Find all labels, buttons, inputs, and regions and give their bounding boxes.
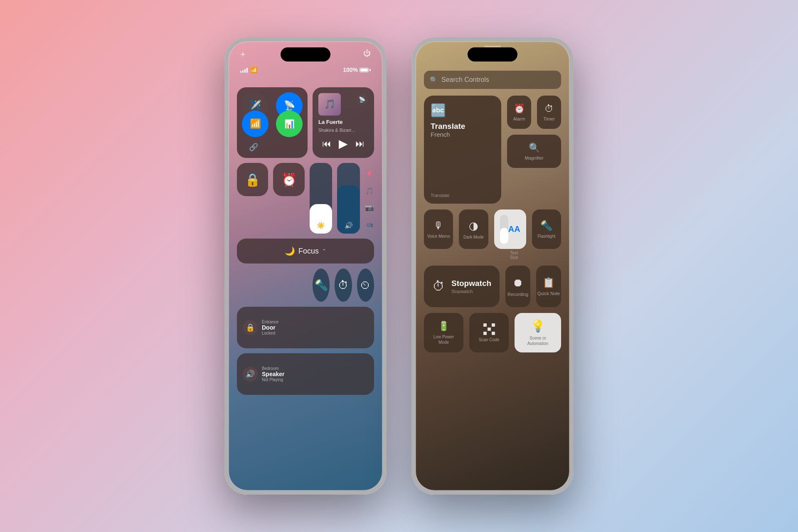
control-center-grid: ✈️ 📡 📶 📊 🔗 🦷 [237,87,374,395]
text-size-fill [500,228,508,244]
focus-arrow: ⌃ [322,248,326,254]
cc-row-5: 🔒 Entrance Door Locked [237,307,374,348]
track-artist: Shakira & Bizarr... [318,128,368,133]
timer-icon: ⏱ [544,103,554,114]
dynamic-island-1 [281,47,330,62]
low-power-icon: 🔋 [438,321,449,332]
brightness-icon: ☀️ [317,222,325,229]
stopwatch-icon: ⏱ [432,279,445,293]
clock-button[interactable]: ⏲ [357,268,374,302]
text-size-tile[interactable]: AA Text Size [494,209,526,249]
next-button[interactable]: ⏭ [355,138,365,149]
phone-2-screen: 🔍 Search Controls 🔤 Translate French [416,42,569,490]
bedroom-speaker-tile[interactable]: 🔊 Bedroom Speaker Not Playing [237,353,374,395]
power-button[interactable]: ⏻ [363,49,371,58]
speaker-info: Bedroom Speaker Not Playing [262,366,284,382]
lock-icon: 🔒 [243,320,258,335]
status-bar: 📶 100% [229,66,382,73]
flashlight-button[interactable]: 🔦 [313,268,330,302]
controls-row-1: 🔤 Translate French Translate ⏰ [424,96,561,204]
music-icon: 🎵 [365,187,374,195]
timer-label: Timer [543,116,555,121]
text-size-slider [500,215,508,244]
recording-tile[interactable]: ⏺ Recording [505,266,530,307]
low-power-tile[interactable]: 🔋 Low PowerMode [424,313,463,352]
dark-mode-label: Dark Mode [463,235,484,239]
scene-tile[interactable]: 💡 Scene orAutomation [515,313,561,352]
camera-icon[interactable]: 📷 [365,203,374,212]
play-button[interactable]: ▶ [339,137,348,150]
cast-icon[interactable]: 📺 [366,221,373,228]
add-button[interactable]: + [240,49,246,60]
phone-2-background: 🔍 Search Controls 🔤 Translate French [416,42,569,490]
stopwatch-tile[interactable]: ⏱ Stopwatch Stopwatch [424,266,500,307]
entrance-door-tile[interactable]: 🔒 Entrance Door Locked [237,307,374,348]
search-icon: 🔍 [430,76,438,84]
airplay-button[interactable]: 📡 [356,93,368,106]
flashlight-tile[interactable]: 🔦 Flashlight [532,209,561,249]
controls-row-2: 🎙 Voice Memo ◑ Dark Mode AA [424,209,561,249]
alarm-tile[interactable]: ⏰ Alarm [507,96,531,129]
connectivity-block[interactable]: ✈️ 📡 📶 📊 🔗 🦷 [237,87,308,158]
quick-note-label: Quick Note [537,291,560,296]
status-left: 📶 [240,66,257,73]
track-title: La Fuerte [318,119,368,125]
timer-tile[interactable]: ⏱ Timer [537,96,561,129]
dynamic-island-2 [468,47,517,62]
cc-row-1: ✈️ 📡 📶 📊 🔗 🦷 [237,87,374,158]
scan-code-icon [483,323,495,335]
recording-icon: ⏺ [512,276,523,289]
now-playing-widget[interactable]: 🎵 📡 La Fuerte Shakira & Bizarr... ⏮ ▶ ⏭ [313,87,374,158]
flashlight-label: Flashlight [537,234,555,239]
alarm-label: Alarm [513,116,525,121]
magnifier-label: Magnifier [525,155,543,160]
scene-label: Scene orAutomation [527,335,549,346]
controls-right-col: ⏰ Alarm ⏱ Timer 🔍 [507,96,561,204]
stopwatch-info: Stopwatch Stopwatch [451,279,491,294]
search-bar[interactable]: 🔍 Search Controls [424,71,561,89]
battery-icon [360,68,371,72]
translate-lang: French [431,131,495,138]
timer-button[interactable]: ⏱ [335,268,352,302]
wifi-button[interactable]: 📶 [242,111,268,137]
screen-rotation-button[interactable]: 🔒 [237,163,268,196]
voice-memo-label: Voice Memo [427,234,450,239]
moon-icon: 🌙 [285,246,295,256]
now-playing-top: 🎵 📡 [318,93,368,116]
magnifier-icon: 🔍 [529,143,540,153]
alarm-button[interactable]: ⏰ [273,163,304,196]
link-button[interactable]: 🔗 [245,141,262,153]
low-power-label: Low PowerMode [433,334,454,345]
dark-mode-tile[interactable]: ◑ Dark Mode [459,209,488,249]
focus-button[interactable]: 🌙 Focus ⌃ [237,239,374,264]
wifi-icon: 📶 [250,66,257,73]
quick-note-icon: 📋 [542,277,555,288]
favorite-icon[interactable]: ♥ [367,169,372,178]
text-size-label-below: Text Size [510,251,518,260]
quick-note-tile[interactable]: 📋 Quick Note [536,266,561,307]
cc-row-2: 🔒 ⏰ ☀️ 🔊 [237,163,374,234]
cc-row-4: 🔦 ⏱ ⏲ [313,268,374,302]
labels-row-2: Text Size [424,251,561,260]
volume-icon: 🔊 [345,222,353,229]
translate-icon: 🔤 [431,103,495,118]
volume-slider[interactable]: 🔊 [337,163,360,234]
text-size-icon: AA [508,224,520,234]
stopwatch-label: Stopwatch [451,289,491,294]
magnifier-tile[interactable]: 🔍 Magnifier [507,135,561,168]
scan-code-tile[interactable]: Scan Code [469,313,509,352]
alarm-icon: ⏰ [514,103,525,114]
dark-mode-icon: ◑ [469,219,478,232]
cellular-button[interactable]: 📊 [276,111,303,137]
phone-1: + ⏻ 📶 100% [224,37,387,495]
scan-code-label: Scan Code [479,337,499,342]
cc-row-6: 🔊 Bedroom Speaker Not Playing [237,353,374,395]
voice-memo-tile[interactable]: 🎙 Voice Memo [424,209,453,249]
brightness-slider[interactable]: ☀️ [310,163,332,234]
cc-row-3: 🌙 Focus ⌃ [237,239,374,264]
alarm-timer-row: ⏰ Alarm ⏱ Timer [507,96,561,129]
speaker-icon: 🔊 [243,367,258,382]
controls-row-3: ⏱ Stopwatch Stopwatch ⏺ Recording 📋 [424,266,561,307]
prev-button[interactable]: ⏮ [322,138,331,149]
translate-tile[interactable]: 🔤 Translate French Translate [424,96,501,204]
